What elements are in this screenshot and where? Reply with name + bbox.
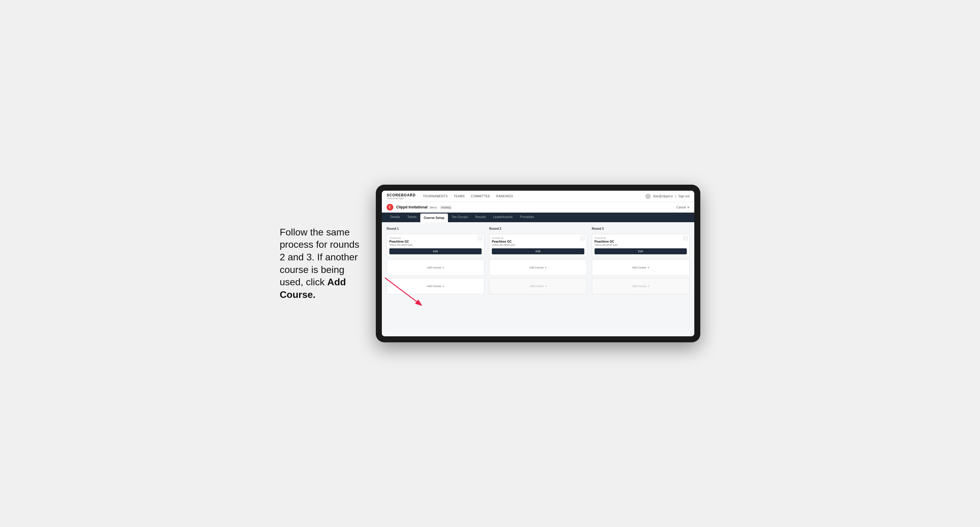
round-3-plus-icon-2: + <box>648 285 649 288</box>
outer-container: Follow the same process for rounds 2 and… <box>280 185 700 342</box>
round-3-edit-button[interactable]: Edit <box>595 248 687 254</box>
round-2-add-course-1[interactable]: Add Course + <box>489 259 587 276</box>
round-2-course-tag: (Course A) <box>492 237 584 239</box>
round-3-course-card: (Course A) Peachtree GC Yellow (M) (6629… <box>592 234 689 257</box>
content-area: Round 1 (Course A) Peachtree GC Yellow (… <box>382 222 694 337</box>
annotation-text: Follow the same process for rounds 2 and… <box>280 226 364 301</box>
tablet-frame: SCOREBOARD Powered by clippd TOURNAMENTS… <box>376 185 700 342</box>
tab-details[interactable]: Details <box>387 213 404 222</box>
rounds-grid: Round 1 (Course A) Peachtree GC Yellow (… <box>387 227 689 294</box>
top-nav: SCOREBOARD Powered by clippd TOURNAMENTS… <box>382 190 694 202</box>
round-2-label: Round 2 <box>489 227 587 230</box>
round-1-course-details: Yellow (M) (6629 yds) <box>389 243 482 246</box>
cancel-button[interactable]: Cancel ✕ <box>676 206 689 209</box>
round-3-plus-icon-1: + <box>648 266 649 269</box>
tournament-header: C Clippd Invitational (Men) Hosting Canc… <box>382 202 694 213</box>
top-nav-right: blair@clippd.io | Sign out <box>645 194 689 199</box>
round-3-course-name: Peachtree GC <box>595 240 687 243</box>
tab-tee-groups[interactable]: Tee Groups <box>448 213 472 222</box>
user-email: blair@clippd.io <box>653 195 673 198</box>
round-2-edit-button[interactable]: Edit <box>492 248 584 254</box>
round-1-plus-icon-2: + <box>442 285 444 288</box>
round-2-add-course-2: Add Course + <box>489 278 587 294</box>
round-2-column: Round 2 (Course A) Peachtree GC Yellow (… <box>489 227 587 294</box>
logo-main: SCOREBOARD <box>387 193 416 197</box>
round-1-add-course-label-1: Add Course + <box>427 266 444 269</box>
tab-results[interactable]: Results <box>472 213 489 222</box>
tab-printables[interactable]: Printables <box>516 213 538 222</box>
round-1-add-course-label-2: Add Course + <box>427 285 444 288</box>
nav-committee[interactable]: COMMITTEE <box>471 195 490 198</box>
round-3-column: Round 3 (Course A) Peachtree GC Yellow (… <box>592 227 689 294</box>
nav-separator: | <box>675 195 676 198</box>
logo-sub: Powered by clippd <box>387 197 416 199</box>
hosting-badge: Hosting <box>440 206 452 209</box>
nav-rankings[interactable]: RANKINGS <box>496 195 513 198</box>
user-avatar <box>645 194 651 199</box>
round-3-course-details: Yellow (M) (6629 yds) <box>595 243 687 246</box>
round-3-add-course-label-2: Add Course + <box>632 285 649 288</box>
round-1-course-card: (Course A) Peachtree GC Yellow (M) (6629… <box>387 234 484 257</box>
round-2-plus-icon-1: + <box>545 266 547 269</box>
round-1-course-name: Peachtree GC <box>389 240 482 243</box>
round-3-label: Round 3 <box>592 227 689 230</box>
round-3-delete-icon[interactable]: □ <box>683 236 687 240</box>
nav-teams[interactable]: TEAMS <box>453 195 465 198</box>
round-2-add-course-label-2: Add Course + <box>529 285 547 288</box>
tournament-logo-icon: C <box>387 204 393 211</box>
tournament-name: Clippd Invitational (Men) Hosting <box>396 205 452 209</box>
round-1-label: Round 1 <box>387 227 484 230</box>
round-3-add-course-label-1: Add Course + <box>632 266 649 269</box>
round-1-add-course-2[interactable]: Add Course + <box>387 278 484 294</box>
round-3-course-tag: (Course A) <box>595 237 687 239</box>
tab-leaderboards[interactable]: Leaderboards <box>489 213 516 222</box>
tab-teams[interactable]: Teams <box>404 213 420 222</box>
round-1-edit-button[interactable]: Edit <box>389 248 482 254</box>
round-2-course-details: Yellow (M) (6629 yds) <box>492 243 584 246</box>
round-3-add-course-1[interactable]: Add Course + <box>592 259 689 276</box>
scoreboard-logo: SCOREBOARD Powered by clippd <box>387 193 416 199</box>
round-2-delete-icon[interactable]: □ <box>581 236 585 240</box>
round-2-add-course-label-1: Add Course + <box>529 266 547 269</box>
round-1-add-course-1[interactable]: Add Course + <box>387 259 484 276</box>
round-1-course-tag: (Course A) <box>389 237 482 239</box>
tab-bar: Details Teams Course Setup Tee Groups Re… <box>382 213 694 222</box>
top-nav-links: TOURNAMENTS TEAMS COMMITTEE RANKINGS <box>423 195 645 198</box>
round-2-course-name: Peachtree GC <box>492 240 584 243</box>
round-2-plus-icon-2: + <box>545 285 547 288</box>
round-2-course-card: (Course A) Peachtree GC Yellow (M) (6629… <box>489 234 587 257</box>
tournament-men-badge: (Men) <box>430 206 437 209</box>
tab-course-setup[interactable]: Course Setup <box>420 214 448 222</box>
tablet-screen: SCOREBOARD Powered by clippd TOURNAMENTS… <box>382 190 694 337</box>
round-1-column: Round 1 (Course A) Peachtree GC Yellow (… <box>387 227 484 294</box>
round-1-delete-icon[interactable]: □ <box>478 236 482 240</box>
annotation-bold: Add Course. <box>280 276 346 300</box>
round-3-add-course-2: Add Course + <box>592 278 689 294</box>
round-1-plus-icon-1: + <box>442 266 444 269</box>
nav-tournaments[interactable]: TOURNAMENTS <box>423 195 448 198</box>
sign-out-link[interactable]: Sign out <box>678 195 689 198</box>
